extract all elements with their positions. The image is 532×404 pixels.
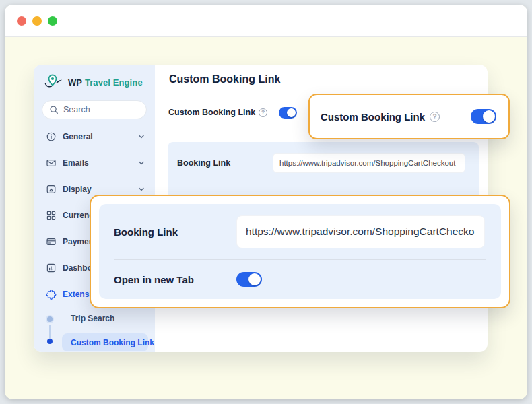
booking-link-label: Booking Link: [177, 158, 273, 168]
sidebar-subitem-label: Custom Booking Link: [71, 338, 154, 347]
traffic-light-zoom-icon[interactable]: [48, 16, 57, 26]
toggle-knob: [248, 273, 261, 285]
sidebar-item-label: Display: [63, 184, 92, 194]
search-input[interactable]: [63, 105, 139, 114]
callout-panel-body: Booking Link Open in new Tab: [99, 204, 501, 299]
brand-logo: WP Travel Engine: [44, 73, 143, 91]
custom-booking-link-toggle[interactable]: [279, 107, 297, 119]
brand-name: WP Travel Engine: [68, 77, 143, 88]
brand-prefix: WP: [68, 77, 82, 88]
brand-suffix: Travel Engine: [85, 77, 143, 88]
display-icon: [46, 184, 57, 195]
sidebar-item-label: General: [63, 132, 93, 141]
chevron-down-icon: [137, 159, 145, 167]
bar-chart-icon: [46, 263, 57, 273]
help-icon[interactable]: ?: [259, 108, 267, 117]
sidebar-item-emails[interactable]: Emails: [46, 155, 145, 171]
puzzle-icon: [46, 289, 57, 300]
search-box[interactable]: [42, 100, 147, 119]
subnav-bullet-active-icon: [47, 339, 53, 344]
grid-icon: [46, 210, 57, 221]
highlight-callout-panel: Booking Link Open in new Tab: [90, 195, 510, 308]
callout-open-new-tab-row: Open in new Tab: [99, 260, 501, 299]
sidebar-subitem-custom-booking-link[interactable]: Custom Booking Link: [62, 333, 148, 351]
highlight-callout-toggle: Custom Booking Link ?: [308, 94, 510, 139]
setting-label: Custom Booking Link ?: [168, 108, 279, 117]
callout-booking-link-row: Booking Link: [99, 204, 501, 259]
subnav-bullet-icon: [47, 316, 53, 322]
callout-custom-booking-link-toggle[interactable]: [471, 109, 496, 124]
booking-link-field-row: Booking Link: [168, 142, 479, 173]
toggle-knob: [483, 110, 495, 123]
traffic-light-minimize-icon[interactable]: [32, 16, 42, 26]
booking-link-input[interactable]: [273, 153, 465, 173]
callout-booking-link-label: Booking Link: [114, 226, 236, 238]
page-header: Custom Booking Link: [155, 65, 488, 94]
envelope-icon: [46, 158, 57, 168]
sidebar-subitem-trip-search[interactable]: Trip Search: [71, 314, 114, 323]
info-circle-icon: [46, 131, 57, 142]
sidebar-item-label: Emails: [63, 158, 89, 168]
toggle-knob: [287, 108, 296, 117]
travel-pin-logo-icon: [44, 73, 64, 91]
callout-setting-label-text: Custom Booking Link: [321, 111, 425, 123]
open-new-tab-label: Open in new Tab: [114, 274, 236, 285]
search-icon: [49, 105, 59, 114]
open-new-tab-toggle[interactable]: [236, 272, 262, 287]
help-icon[interactable]: ?: [430, 112, 440, 122]
callout-setting-label: Custom Booking Link ?: [321, 111, 440, 123]
callout-booking-link-input[interactable]: [236, 215, 485, 248]
chevron-down-icon: [137, 133, 145, 141]
page-title: Custom Booking Link: [169, 73, 280, 86]
credit-card-icon: [46, 236, 57, 247]
sidebar-item-general[interactable]: General: [46, 129, 145, 145]
setting-label-text: Custom Booking Link: [168, 108, 255, 117]
window-titlebar: [5, 5, 527, 37]
chevron-down-icon: [137, 185, 145, 193]
traffic-light-close-icon[interactable]: [17, 16, 26, 26]
subnav-connector-line: [49, 325, 51, 339]
